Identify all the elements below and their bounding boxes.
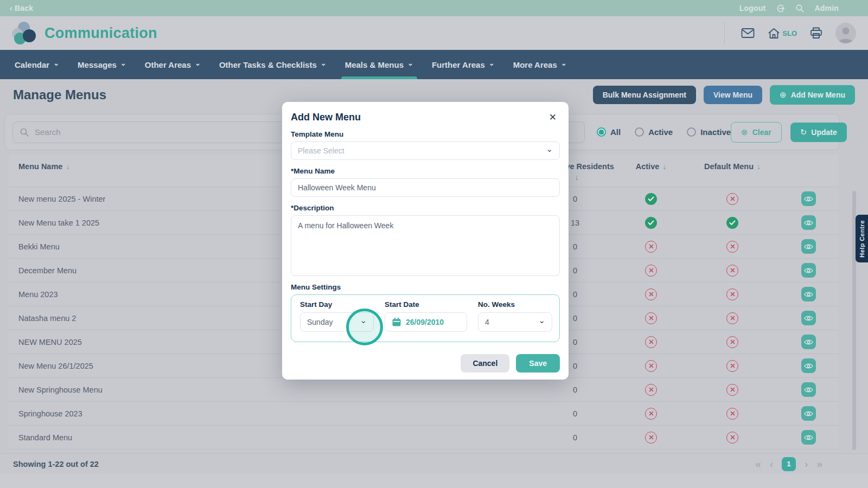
close-icon[interactable]: ✕ [546, 112, 560, 123]
no-weeks-select[interactable]: 4 ⌄ [478, 312, 552, 332]
start-date-input[interactable]: 26/09/2010 [385, 312, 467, 332]
calendar-icon [392, 317, 401, 327]
modal-title: Add New Menu [291, 112, 361, 123]
menu-settings-box: Start Day Sunday ⌄ Start Date 26/09/2010… [291, 294, 560, 342]
start-day-label: Start Day [300, 300, 374, 309]
chevron-down-icon: ⌄ [538, 316, 545, 325]
description-label: *Description [291, 204, 560, 212]
start-day-select[interactable]: Sunday ⌄ [300, 312, 374, 332]
save-button[interactable]: Save [516, 354, 560, 373]
template-menu-label: Template Menu [291, 130, 560, 138]
menu-name-label: *Menu Name [291, 167, 560, 175]
chevron-down-icon: ⌄ [360, 316, 367, 325]
chevron-down-icon: ⌄ [546, 144, 553, 154]
menu-settings-label: Menu Settings [291, 283, 560, 291]
template-menu-select[interactable]: Please Select ⌄ [291, 142, 560, 160]
no-weeks-label: No. Weeks [478, 300, 552, 309]
cancel-button[interactable]: Cancel [461, 354, 509, 373]
start-date-label: Start Date [385, 300, 467, 309]
description-textarea[interactable]: A menu for Halloween Week [291, 215, 560, 276]
menu-name-input[interactable]: Halloween Week Menu [291, 178, 560, 197]
add-new-menu-modal: Add New Menu ✕ Template Menu Please Sele… [282, 102, 569, 380]
